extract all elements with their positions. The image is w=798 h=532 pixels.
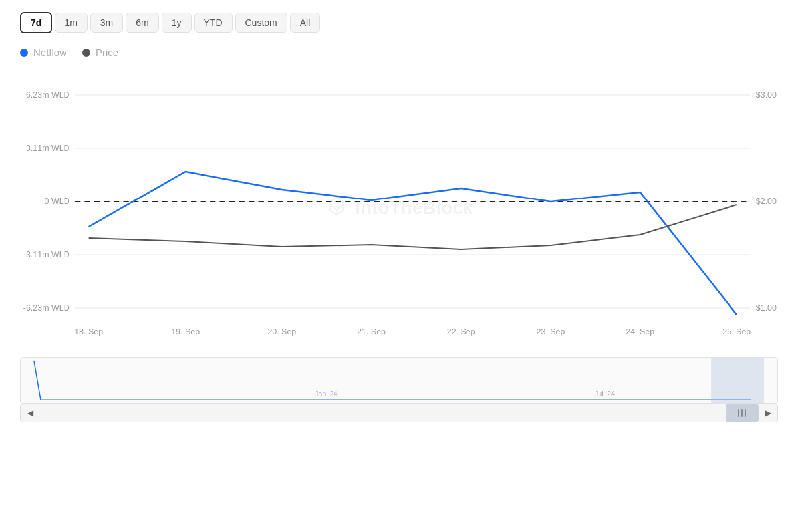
scroll-right-button[interactable]: ▶	[759, 404, 777, 422]
time-btn-all[interactable]: All	[290, 13, 321, 33]
svg-text:6.23m WLD: 6.23m WLD	[26, 90, 70, 100]
scroll-thumb[interactable]	[726, 404, 759, 422]
scroll-track[interactable]	[39, 404, 759, 422]
svg-text:Jul '24: Jul '24	[595, 390, 615, 398]
svg-text:$3.00: $3.00	[756, 90, 777, 100]
time-btn-ytd[interactable]: YTD	[194, 13, 233, 33]
svg-text:25. Sep: 25. Sep	[722, 327, 751, 336]
legend-item-price: Price	[82, 47, 118, 58]
time-btn-6m[interactable]: 6m	[126, 13, 158, 33]
svg-text:22. Sep: 22. Sep	[447, 327, 475, 336]
legend-item-netflow: Netflow	[20, 47, 66, 58]
mini-chart: Jan '24 Jul '24	[20, 357, 778, 404]
legend-label-price: Price	[96, 47, 118, 58]
legend-label-netflow: Netflow	[33, 47, 66, 58]
time-btn-1y[interactable]: 1y	[162, 13, 192, 33]
mini-chart-svg: Jan '24 Jul '24	[21, 358, 777, 403]
scroll-left-button[interactable]: ◀	[21, 404, 39, 422]
svg-text:Jan '24: Jan '24	[315, 390, 338, 398]
svg-text:20. Sep: 20. Sep	[267, 327, 296, 336]
svg-text:23. Sep: 23. Sep	[537, 327, 565, 336]
svg-rect-22	[21, 358, 777, 403]
legend-dot-gray	[82, 49, 90, 57]
svg-rect-23	[711, 358, 764, 403]
svg-text:24. Sep: 24. Sep	[626, 327, 654, 336]
time-btn-1m[interactable]: 1m	[55, 13, 87, 33]
svg-text:$2.00: $2.00	[756, 197, 777, 206]
svg-text:3.11m WLD: 3.11m WLD	[26, 144, 70, 153]
time-btn-custom[interactable]: Custom	[235, 13, 287, 33]
svg-text:$1.00: $1.00	[756, 303, 777, 313]
main-chart: IntoTheBlock 6.23m WLD 3.11m WLD 0 WLD -…	[20, 68, 778, 348]
svg-text:18. Sep: 18. Sep	[74, 327, 103, 336]
svg-text:-3.11m WLD: -3.11m WLD	[23, 250, 70, 259]
svg-text:-6.23m WLD: -6.23m WLD	[23, 303, 70, 313]
time-btn-3m[interactable]: 3m	[90, 13, 123, 33]
svg-text:0 WLD: 0 WLD	[45, 197, 70, 206]
time-range-toolbar: 7d1m3m6m1yYTDCustomAll	[0, 0, 798, 40]
svg-text:19. Sep: 19. Sep	[171, 327, 200, 336]
scrollbar[interactable]: ◀ ▶	[20, 404, 778, 422]
time-btn-7d[interactable]: 7d	[20, 12, 52, 33]
chart-svg: 6.23m WLD 3.11m WLD 0 WLD -3.11m WLD -6.…	[20, 68, 778, 348]
legend-dot-blue	[20, 49, 28, 57]
chart-legend: NetflowPrice	[0, 40, 798, 62]
svg-text:21. Sep: 21. Sep	[357, 327, 386, 336]
scroll-thumb-grip	[738, 409, 746, 417]
